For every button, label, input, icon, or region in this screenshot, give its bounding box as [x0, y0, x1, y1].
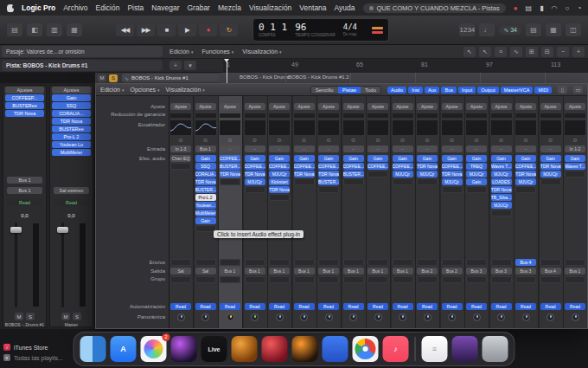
plugin-slot-coffeep[interactable]: COFFEEP...: [5, 94, 44, 101]
lcd-display[interactable]: 0 1 1 COMPÁS 96 TIEMPO CONSERVAR 4/4 Do …: [252, 18, 389, 42]
plugin-slot-tdr-nova[interactable]: TDR Nova: [491, 186, 512, 193]
channel-format-icon[interactable]: ⊙: [294, 137, 315, 144]
menu-ayuda[interactable]: Ayuda: [335, 3, 355, 12]
mixer-channel-16[interactable]: Ajuste⊙··GainTDR NovaMJUCjrBus 4Read: [540, 96, 564, 328]
eq-thumbnail[interactable]: [294, 120, 315, 135]
send-slot[interactable]: [318, 259, 339, 266]
plugin-slot-gain[interactable]: Gain: [417, 155, 438, 162]
menu-mezcla[interactable]: Mezcla: [218, 3, 241, 12]
filter-aux[interactable]: Aux: [425, 87, 439, 94]
filter-bus[interactable]: Bus: [441, 87, 456, 94]
input-slot[interactable]: ··: [294, 145, 315, 152]
eq-thumbnail[interactable]: [565, 120, 585, 135]
playhead[interactable]: [227, 59, 227, 83]
send-slot[interactable]: [269, 259, 290, 266]
channel-setting-button[interactable]: Ajuste: [393, 103, 413, 110]
output-slot[interactable]: Bus 1: [565, 268, 585, 274]
dock-chrome[interactable]: [353, 336, 379, 362]
add-track-button[interactable]: +: [169, 61, 182, 70]
zoom-in-icon[interactable]: +: [572, 47, 585, 57]
eq-thumbnail[interactable]: [393, 120, 413, 135]
toggle-inspector-icon[interactable]: ◧: [27, 23, 42, 36]
group-slot[interactable]: [220, 276, 240, 283]
group-slot[interactable]: [269, 276, 290, 283]
output-slot[interactable]: Bus 1: [269, 268, 290, 274]
channel-setting-button[interactable]: Ajuste: [195, 103, 216, 110]
channel-setting-button[interactable]: Ajuste: [343, 103, 364, 110]
eq-thumbnail[interactable]: [466, 120, 487, 135]
group-slot[interactable]: [540, 276, 561, 283]
pan-knob[interactable]: [300, 313, 308, 321]
plugin-slot-mjucjr[interactable]: MJUCjr: [393, 171, 413, 178]
plugin-slot-tdr-nova[interactable]: TDR Nova: [195, 178, 216, 185]
channel-format-icon[interactable]: ⊙: [269, 137, 290, 144]
output-slot[interactable]: Bus 4: [540, 268, 561, 274]
plugin-slot-mjucjr[interactable]: MJUCjr: [417, 171, 438, 178]
plugin-slot-tdr-nova[interactable]: TDR Nova: [294, 171, 315, 178]
empty-plugin-slot[interactable]: [170, 163, 191, 170]
empty-plugin-slot[interactable]: [220, 178, 240, 185]
channel-setting-button[interactable]: Ajuste: [515, 103, 536, 110]
channel-format-icon[interactable]: ⊙: [540, 137, 561, 144]
output-slot[interactable]: Bus 1: [318, 268, 339, 274]
plugin-slot-gain[interactable]: Gain: [442, 155, 463, 162]
plugin-slot-gain[interactable]: Gain: [540, 155, 561, 162]
toolbar-icon[interactable]: ▥: [47, 23, 62, 36]
mute-button[interactable]: M: [61, 313, 70, 320]
input-slot[interactable]: ··: [417, 145, 438, 152]
pan-knob[interactable]: [325, 313, 333, 321]
plugin-slot-tdr-nova[interactable]: TDR Nova: [318, 171, 339, 178]
input-slot[interactable]: ··: [393, 145, 413, 152]
plugin-slot-coffee[interactable]: COFFEE...: [294, 163, 315, 170]
output-slot[interactable]: Bus 2: [442, 268, 463, 274]
automation-mode-button[interactable]: Read: [466, 303, 487, 310]
group-slot[interactable]: [368, 276, 388, 283]
plugin-slot-coffee[interactable]: COFFEE...: [318, 163, 339, 170]
track-inspector-header[interactable]: Pista: BOBOS - Kick Drums #1: [2, 60, 163, 71]
inspector-channel-strip-2[interactable]: AjustesGainSSQCORALIA...TDR NovaBUSTERee…: [49, 85, 93, 327]
mixer-channel-13[interactable]: Ajuste⊙··GainTREQMJUCjrGainBus 3Read: [465, 96, 489, 328]
automation-mode-button[interactable]: Read: [540, 303, 561, 310]
group-slot[interactable]: [565, 276, 585, 283]
filter-audio[interactable]: Audio: [387, 87, 406, 94]
automation-mode-button[interactable]: Read: [220, 303, 240, 310]
output-slot[interactable]: Bus 1: [7, 187, 42, 194]
inspector-channel-strip-1[interactable]: AjustesCOFFEEP...BUSTEReeTDR NovaBus 1Bu…: [3, 85, 47, 327]
menu-edici-n[interactable]: Edición: [96, 3, 120, 12]
group-slot[interactable]: [393, 276, 413, 283]
display-icon[interactable]: ▤: [526, 4, 533, 12]
input-slot[interactable]: In 1-2: [565, 145, 585, 152]
channel-format-icon[interactable]: ⊙: [170, 137, 191, 144]
itunes-store-item[interactable]: iTunes Store: [14, 345, 48, 351]
empty-plugin-slot[interactable]: [515, 186, 536, 193]
plugin-slot-youlean[interactable]: Youlean...: [195, 202, 216, 209]
dock-clipboard[interactable]: ≡: [422, 336, 448, 362]
lcd-tempo[interactable]: 96 TIEMPO CONSERVAR: [295, 23, 336, 38]
mixer-channel-7[interactable]: Ajuste⊙··GainCOFFEE...TDR NovaBUSTER...B…: [317, 96, 342, 328]
mixer-channel-11[interactable]: Ajuste⊙··GainTDR NovaMJUCjrBus 2Read: [416, 96, 440, 328]
empty-plugin-slot[interactable]: [368, 171, 388, 178]
input-slot[interactable]: ··: [442, 145, 463, 152]
solo-button[interactable]: S: [73, 313, 81, 320]
plugin-slot-busteree[interactable]: BUSTERee: [5, 102, 44, 109]
plugin-slot-coralia[interactable]: CORALIA...: [52, 110, 91, 117]
send-slot[interactable]: [368, 259, 388, 266]
battery-icon[interactable]: ▮: [540, 4, 543, 12]
output-slot[interactable]: Bus 3: [466, 268, 487, 274]
tracks-menu-edici-n[interactable]: Edición▾: [169, 48, 193, 55]
group-slot[interactable]: [343, 276, 364, 283]
wide-mixer-view-icon[interactable]: ▭: [573, 86, 583, 94]
view-mode-todo[interactable]: Todo: [361, 87, 380, 94]
eq-thumbnail[interactable]: [540, 120, 561, 135]
eq-thumbnail[interactable]: [515, 120, 536, 135]
send-slot[interactable]: [393, 259, 413, 266]
pan-knob[interactable]: [424, 313, 431, 321]
send-slot[interactable]: [294, 259, 315, 266]
group-slot[interactable]: [170, 276, 191, 283]
playlists-item[interactable]: Todas las playlis...: [14, 355, 63, 361]
lcd-position[interactable]: 0 1 1 COMPÁS: [259, 23, 287, 38]
wifi-icon[interactable]: ◠: [552, 4, 558, 12]
forward-button[interactable]: ▶▶: [137, 23, 155, 36]
plugin-slot-youlean-lo[interactable]: Youlean Lo: [52, 141, 91, 148]
automation-mode-button[interactable]: Read: [245, 303, 265, 310]
